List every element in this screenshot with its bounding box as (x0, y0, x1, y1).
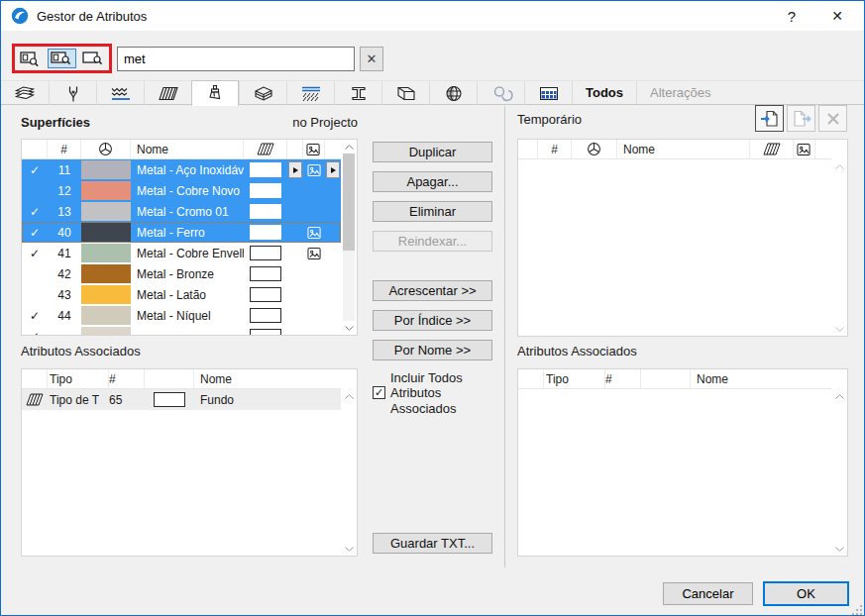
surface-color-swatch[interactable] (81, 326, 131, 335)
type-column-header[interactable]: Tipo (48, 369, 109, 388)
id-column-header[interactable]: # (109, 369, 145, 388)
texture-icon (307, 247, 322, 260)
search-both-panels-button[interactable] (48, 49, 75, 68)
tab-fill-types[interactable] (144, 81, 191, 105)
app-icon (11, 7, 29, 25)
append-button[interactable]: Acrescentar >> (373, 280, 492, 301)
name-column-header[interactable]: Nome (617, 140, 750, 158)
surface-row[interactable]: ✓ 44 Metal - Níquel (22, 305, 341, 326)
associated-scrollbar[interactable] (341, 389, 357, 556)
surface-row[interactable]: 43 Metal - Latão (22, 284, 341, 305)
tab-surfaces[interactable] (191, 80, 239, 106)
tab-todos[interactable]: Todos (572, 81, 636, 104)
expander-button[interactable] (288, 161, 302, 178)
tab-profiles[interactable] (334, 81, 381, 105)
scroll-up-arrow[interactable] (341, 389, 357, 403)
cancel-button[interactable]: Cancelar (663, 582, 753, 605)
surface-color-swatch[interactable] (81, 222, 131, 243)
fill-swatch-cell[interactable] (244, 204, 287, 219)
fill-swatch-cell[interactable] (244, 308, 287, 323)
fill-column-icon (257, 143, 274, 155)
scroll-down-arrow[interactable] (831, 542, 847, 556)
surface-row[interactable]: ✓ 41 Metal - Cobre Envelh... (22, 243, 341, 263)
tab-composites[interactable] (239, 81, 286, 105)
name-column-header[interactable]: Nome (131, 140, 244, 158)
id-column-header[interactable]: # (48, 140, 81, 158)
fill-swatch-cell[interactable] (244, 246, 287, 260)
row-id: 42 (48, 267, 81, 281)
fill-swatch-cell[interactable] (244, 266, 287, 281)
surface-color-swatch[interactable] (81, 263, 131, 284)
name-column-header[interactable]: Nome (194, 369, 341, 388)
duplicate-button[interactable]: Duplicar (373, 142, 492, 162)
tab-mep-systems[interactable] (524, 81, 572, 105)
associated-scrollbar-right[interactable] (831, 389, 847, 556)
surface-row[interactable]: ✓ (22, 326, 341, 335)
temporary-scrollbar[interactable] (831, 159, 847, 336)
fill-type-icon (26, 393, 44, 406)
search-right-panel-button[interactable] (79, 49, 107, 68)
fill-swatch-cell[interactable] (244, 183, 287, 198)
tab-pens[interactable] (49, 81, 96, 105)
tab-zone-categories[interactable] (381, 81, 429, 105)
usage-pie-icon (587, 142, 601, 156)
tab-cities[interactable] (429, 81, 477, 105)
tab-alterações[interactable]: Alterações (636, 81, 723, 104)
save-txt-button[interactable]: Guardar TXT... (373, 533, 492, 554)
surface-color-swatch[interactable] (81, 180, 131, 201)
usage-pie-icon (98, 142, 113, 156)
by-index-button[interactable]: Por Índice >> (373, 310, 492, 331)
scrollbar-thumb[interactable] (343, 154, 355, 251)
expander-button[interactable] (326, 161, 340, 178)
building-materials-icon (299, 84, 323, 103)
surface-color-swatch[interactable] (81, 243, 131, 263)
search-input[interactable] (117, 47, 355, 71)
surface-color-swatch[interactable] (81, 305, 131, 326)
close-button[interactable]: ✕ (820, 1, 854, 31)
clear-search-button[interactable]: ✕ (360, 47, 383, 71)
fill-swatch-cell[interactable] (244, 162, 287, 177)
fill-swatch-cell[interactable] (244, 287, 287, 302)
tab-layers[interactable] (1, 81, 49, 105)
name-column-header[interactable]: Nome (691, 369, 831, 388)
scroll-down-arrow[interactable] (341, 542, 357, 556)
help-button[interactable]: ? (775, 1, 809, 31)
surface-row[interactable]: 12 Metal - Cobre Novo (22, 180, 341, 201)
fill-swatch-cell[interactable] (244, 225, 287, 240)
export-icon (791, 108, 812, 130)
id-column-header[interactable]: # (538, 140, 572, 158)
surface-row[interactable]: 42 Metal - Bronze (22, 263, 341, 284)
by-name-button[interactable]: Por Nome >> (373, 340, 492, 360)
row-id: 43 (48, 288, 81, 302)
type-column-header[interactable]: Tipo (544, 369, 605, 388)
ok-button[interactable]: OK (763, 581, 849, 606)
fill-swatch-cell[interactable] (244, 329, 287, 335)
surfaces-scrollbar[interactable] (341, 140, 357, 335)
surface-color-swatch[interactable] (81, 284, 131, 305)
surface-row[interactable]: ✓ 13 Metal - Cromo 01 (22, 201, 341, 222)
scroll-up-arrow[interactable] (341, 140, 357, 154)
row-name: Metal - Cromo 01 (131, 205, 244, 219)
tab-line-types[interactable] (96, 81, 144, 105)
surface-row[interactable]: ✓ 40 Metal - Ferro (22, 222, 341, 243)
surfaces-table-header: # Nome (22, 140, 341, 159)
associated-attribute-row[interactable]: Tipo de T 65 Fundo (22, 389, 341, 410)
scroll-down-arrow[interactable] (831, 322, 847, 336)
composites-icon (252, 84, 275, 103)
window-title: Gestor de Atributos (37, 9, 147, 24)
tab-operation-profiles[interactable] (477, 81, 524, 105)
import-to-temporary-button[interactable] (755, 105, 784, 132)
scroll-up-arrow[interactable] (831, 389, 847, 403)
surface-row[interactable]: ✓ 11 Metal - Aço Inoxidável (22, 159, 341, 180)
scroll-up-arrow[interactable] (831, 159, 847, 173)
surface-color-swatch[interactable] (81, 159, 131, 180)
surface-color-swatch[interactable] (81, 201, 131, 222)
search-left-panel-button[interactable] (17, 49, 45, 68)
include-all-checkbox[interactable]: ✓ (373, 386, 385, 399)
delete-button[interactable]: Apagar... (373, 171, 492, 192)
id-column-header[interactable]: # (605, 369, 641, 388)
scroll-down-arrow[interactable] (341, 321, 357, 335)
resize-grip[interactable] (852, 605, 854, 607)
tab-building-materials[interactable] (286, 81, 334, 105)
purge-button[interactable]: Eliminar (373, 201, 492, 222)
